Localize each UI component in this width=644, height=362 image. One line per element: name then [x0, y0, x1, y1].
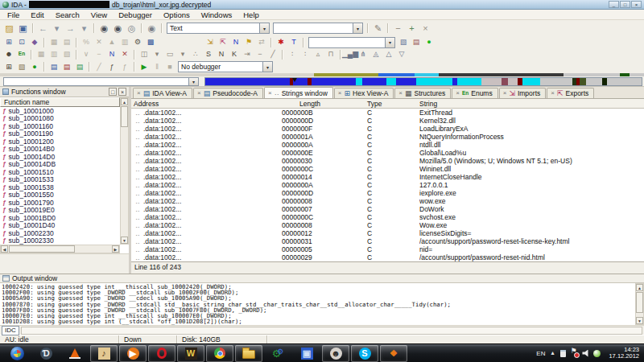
chart-bars-button[interactable]: ▁▄▆: [344, 49, 357, 60]
chart-flow-button[interactable]: ⋔: [357, 49, 369, 60]
function-row[interactable]: ƒsub_10001550: [0, 191, 120, 200]
combo-arrow-icon[interactable]: ▾: [385, 38, 394, 47]
tab-pseudocode-a[interactable]: ×▤Pseudocode-A: [193, 88, 263, 98]
xrefs-button[interactable]: ⇄: [255, 37, 268, 48]
stack-button[interactable]: ∴: [189, 49, 202, 60]
edit-pencil-button[interactable]: ✎: [371, 22, 385, 35]
tab-structures[interactable]: ×▦Structures: [394, 88, 451, 98]
functions-hscroll-track[interactable]: [8, 245, 112, 253]
snapshot-button[interactable]: ▧: [397, 37, 410, 48]
chart-call-button[interactable]: ▽: [395, 49, 408, 60]
number-n-button[interactable]: N: [215, 49, 228, 60]
daemon-tools-icon[interactable]: Ɗ: [32, 345, 60, 362]
scroll-up-icon[interactable]: ▲: [121, 98, 128, 105]
tray-language-indicator[interactable]: EN: [536, 350, 545, 357]
function-row[interactable]: ƒsub_10001790: [0, 199, 120, 207]
string-row[interactable]: ‥.data:1002...0000000ECGlobal\Load%u: [131, 149, 644, 157]
blue-app-icon[interactable]: ▣: [293, 345, 320, 362]
flag-button[interactable]: ⚑: [242, 37, 255, 48]
output-vertical-scrollbar[interactable]: ▲ ▼: [635, 283, 644, 325]
string-row[interactable]: ‥.data:1002...0000001ACNtQueryInformatio…: [131, 133, 644, 141]
delete-item-button[interactable]: ×: [419, 22, 432, 35]
rename-button[interactable]: ▤: [60, 37, 73, 48]
forward-history-dropdown[interactable]: ▾: [77, 22, 91, 35]
search-string-combo[interactable]: ▾: [273, 23, 363, 34]
combo-arrow-icon[interactable]: ▾: [353, 23, 362, 33]
jump-address-button[interactable]: ⊞: [2, 37, 15, 48]
clear-x-button[interactable]: ✕: [118, 49, 131, 60]
run-indicator-icon[interactable]: ●: [423, 37, 436, 48]
function-row[interactable]: ƒsub_10001533: [0, 176, 120, 184]
function-f2-button[interactable]: ƒ: [118, 61, 131, 72]
maximize-button[interactable]: □: [620, 1, 630, 8]
close-button[interactable]: ×: [631, 1, 642, 8]
tab-close-icon[interactable]: ×: [551, 90, 555, 97]
function-row[interactable]: ƒsub_100014D0: [0, 153, 120, 161]
ascii-button[interactable]: ◫: [138, 49, 151, 60]
string-row[interactable]: ‥.data:1002...0000000FCLoadLibraryExA: [131, 125, 644, 133]
search-type-combo[interactable]: Text▾: [167, 23, 270, 34]
text-view-button[interactable]: T: [287, 37, 300, 48]
chrome-icon[interactable]: [206, 345, 233, 362]
jump-name-button[interactable]: ⊡: [15, 37, 28, 48]
string-row[interactable]: ‥.data:1002...0000000AC127.0.0.1: [131, 181, 644, 189]
column-header-type[interactable]: Type: [365, 100, 419, 108]
string-row[interactable]: ‥.data:1002...0000000BCExitThread: [131, 109, 644, 117]
ascii-dropdown[interactable]: ▾: [151, 49, 163, 60]
media-player-icon[interactable]: ▶: [119, 345, 147, 362]
tab-close-icon[interactable]: ×: [268, 90, 272, 97]
tab-close-icon[interactable]: ×: [338, 90, 342, 97]
tab-strings-window[interactable]: ×‥Strings window: [264, 87, 333, 98]
scroll-right-icon[interactable]: ▶: [112, 245, 119, 253]
string-row[interactable]: ‥.data:1002...00000008CWow.exe: [131, 221, 644, 229]
function-f-button[interactable]: ƒ: [105, 61, 118, 72]
start-button[interactable]: [3, 345, 31, 362]
jump-xref-button[interactable]: ◆: [28, 37, 41, 48]
remove-item-button[interactable]: −: [391, 22, 405, 35]
record-button[interactable]: ●: [28, 61, 41, 72]
string-row[interactable]: ‥.data:1002...0000000CCWininet.dll: [131, 165, 644, 173]
gears-app-icon[interactable]: [264, 345, 291, 362]
menu-view[interactable]: View: [85, 10, 113, 19]
chart-graph-button[interactable]: ◬: [369, 49, 382, 60]
functions-hscroll-thumb[interactable]: [9, 245, 75, 253]
scroll-down-icon[interactable]: ▼: [636, 317, 643, 324]
search-next-button[interactable]: ◉: [111, 22, 125, 35]
names-window-button[interactable]: N: [229, 37, 242, 48]
functions-window-float-button[interactable]: □: [109, 88, 117, 96]
menu-options[interactable]: Options: [158, 10, 196, 19]
functions-vertical-scrollbar[interactable]: ▲ ▼: [120, 97, 129, 245]
zoom-100-button[interactable]: %: [80, 37, 93, 48]
string-row[interactable]: ‥.data:1002...00000014CInternetCloseHand…: [131, 173, 644, 181]
cli-language-button[interactable]: IDC: [2, 326, 19, 335]
debugger-pause-button[interactable]: ‖: [151, 61, 163, 72]
tab-close-icon[interactable]: ×: [503, 90, 507, 97]
debugger-stop-button[interactable]: ■: [163, 61, 176, 72]
output-vscroll-track[interactable]: [636, 291, 643, 317]
column-header-length[interactable]: Length: [282, 100, 365, 108]
chart-tree-button[interactable]: △: [382, 49, 395, 60]
function-row[interactable]: ƒsub_10001080: [0, 115, 120, 123]
function-row[interactable]: ƒsub_10001538: [0, 183, 120, 191]
enums-toolbar-icon[interactable]: En: [15, 49, 28, 60]
column-header-string[interactable]: String: [419, 100, 644, 108]
combo-arrow-icon[interactable]: ▾: [262, 62, 272, 72]
function-row[interactable]: ƒsub_10001510: [0, 168, 120, 176]
offset-button[interactable]: ⇥: [241, 49, 254, 60]
function-row[interactable]: ƒsub_100014DB: [0, 161, 120, 169]
menu-debugger[interactable]: Debugger: [113, 10, 158, 19]
command-line-input[interactable]: [21, 327, 642, 335]
struct-add-button[interactable]: ▦: [35, 49, 47, 60]
slash-button[interactable]: ╱: [266, 49, 279, 60]
calculator-button[interactable]: ⊞: [2, 61, 15, 72]
graph-view-button[interactable]: ▲: [105, 37, 118, 48]
forward-button[interactable]: →: [64, 22, 77, 35]
taskbar-clock[interactable]: 14:23 17.12.2012: [609, 347, 639, 360]
string-row[interactable]: ‥.data:1002...00000008Cwow.exe: [131, 197, 644, 205]
print-listing-button[interactable]: ▤: [410, 37, 423, 48]
string-row[interactable]: ‥.data:1002...00000031C/account/support/…: [131, 237, 644, 245]
music-app-icon[interactable]: ♪: [90, 345, 118, 362]
minus-button[interactable]: −: [254, 49, 266, 60]
up-triangle-button[interactable]: ▵: [312, 49, 324, 60]
struct-del-button[interactable]: ▥: [47, 49, 60, 60]
